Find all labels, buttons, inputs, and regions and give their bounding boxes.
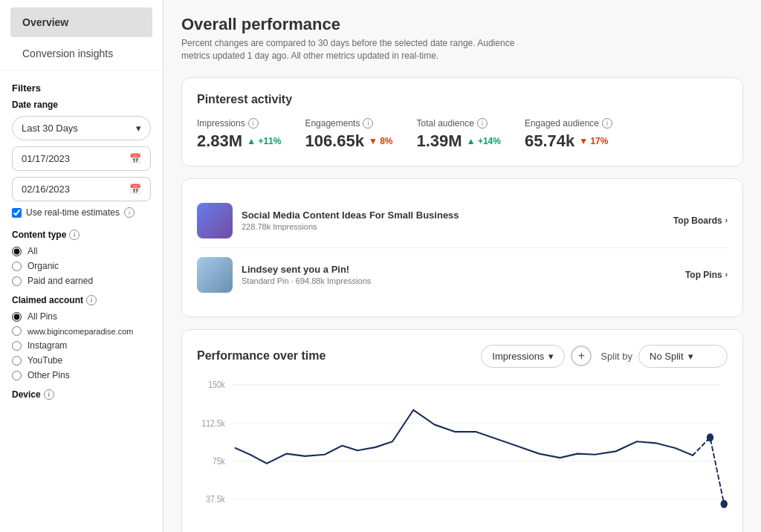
content-type-label: Content type i bbox=[12, 230, 151, 240]
impressions-info-icon[interactable]: i bbox=[248, 118, 259, 129]
metric-engaged-audience: Engaged audience i 65.74k ▼ 17% bbox=[525, 118, 612, 151]
chart-line-dashed bbox=[693, 437, 724, 503]
chevron-down-icon: ▾ bbox=[136, 123, 141, 134]
device-group: Device i bbox=[0, 389, 163, 415]
pin-list: Social Media Content Ideas For Small Bus… bbox=[197, 194, 728, 302]
add-metric-button[interactable]: + bbox=[571, 346, 592, 366]
claimed-all-pins[interactable]: All Pins bbox=[12, 311, 151, 322]
date-range-group: Date range Last 30 Days ▾ 01/17/2023 📅 0… bbox=[0, 100, 163, 230]
top-pins-card: Social Media Content Ideas For Small Bus… bbox=[181, 178, 743, 317]
sidebar-item-overview[interactable]: Overview bbox=[10, 7, 152, 37]
y-label-112k: 112.5k bbox=[202, 418, 225, 427]
content-type-paid-earned[interactable]: Paid and earned bbox=[12, 276, 151, 286]
claimed-account-info-icon[interactable]: i bbox=[86, 295, 97, 305]
claimed-youtube[interactable]: YouTube bbox=[12, 355, 151, 366]
page-subtitle: Percent changes are compared to 30 days … bbox=[181, 37, 538, 62]
date-range-label: Date range bbox=[12, 100, 151, 110]
sidebar-item-conversion-insights[interactable]: Conversion insights bbox=[10, 39, 152, 68]
realtime-checkbox-row[interactable]: Use real-time estimates i bbox=[12, 207, 151, 218]
engagements-trend: ▼ 8% bbox=[369, 136, 393, 146]
chevron-down-icon: ▾ bbox=[688, 351, 693, 362]
engaged-audience-info-icon[interactable]: i bbox=[602, 118, 612, 129]
chart-line-solid bbox=[236, 409, 693, 463]
sidebar: Overview Conversion insights Filters Dat… bbox=[0, 0, 163, 532]
pin-thumb-2 bbox=[197, 257, 233, 293]
split-dropdown[interactable]: No Split ▾ bbox=[638, 345, 728, 368]
metric-total-audience: Total audience i 1.39M ▲ +14% bbox=[417, 118, 501, 151]
calendar-icon: 📅 bbox=[129, 184, 141, 195]
chart-dot-2 bbox=[721, 499, 728, 507]
claimed-bigincome[interactable]: www.bigincomeparadise.com bbox=[12, 326, 151, 336]
y-label-37k: 37.5k bbox=[206, 494, 225, 504]
content-type-group: Content type i All Organic Paid and earn… bbox=[0, 230, 163, 295]
content-type-info-icon[interactable]: i bbox=[69, 230, 80, 240]
pin-thumb-1 bbox=[197, 203, 233, 239]
pinterest-activity-title: Pinterest activity bbox=[197, 93, 728, 106]
claimed-instagram[interactable]: Instagram bbox=[12, 340, 151, 351]
y-label-75k: 75k bbox=[213, 456, 225, 466]
performance-title: Performance over time bbox=[197, 349, 326, 363]
pin-item-2: Lindsey sent you a Pin! Standard Pin · 6… bbox=[197, 248, 728, 302]
metric-dropdown[interactable]: Impressions ▾ bbox=[481, 345, 565, 368]
engagements-info-icon[interactable]: i bbox=[363, 118, 373, 129]
pinterest-activity-card: Pinterest activity Impressions i 2.83M ▲… bbox=[181, 77, 743, 166]
metrics-row: Impressions i 2.83M ▲ +11% Engagements i… bbox=[197, 118, 728, 151]
date-range-dropdown[interactable]: Last 30 Days ▾ bbox=[12, 116, 151, 140]
claimed-other-pins[interactable]: Other Pins bbox=[12, 370, 151, 380]
pin-info-1: Social Media Content Ideas For Small Bus… bbox=[242, 210, 673, 231]
performance-card: Performance over time Impressions ▾ + Sp… bbox=[181, 329, 743, 532]
chevron-right-icon: › bbox=[725, 270, 728, 279]
performance-header: Performance over time Impressions ▾ + Sp… bbox=[197, 345, 728, 368]
realtime-info-icon[interactable]: i bbox=[124, 207, 135, 218]
split-by-label: Split by bbox=[600, 351, 632, 362]
content-type-radios: All Organic Paid and earned bbox=[12, 246, 151, 286]
realtime-checkbox[interactable] bbox=[12, 208, 22, 218]
content-type-all[interactable]: All bbox=[12, 246, 151, 256]
total-audience-info-icon[interactable]: i bbox=[477, 118, 488, 129]
pin-item-1: Social Media Content Ideas For Small Bus… bbox=[197, 194, 728, 248]
total-audience-trend: ▲ +14% bbox=[467, 136, 501, 146]
chart-container: 150k 112.5k 75k 37.5k Jan 16 Jan 20 Jan … bbox=[197, 377, 728, 532]
claimed-account-group: Claimed account i All Pins www.bigincome… bbox=[0, 295, 163, 389]
metric-engagements: Engagements i 106.65k ▼ 8% bbox=[305, 118, 392, 151]
main-content: Overall performance Percent changes are … bbox=[163, 0, 761, 532]
chart-dot-1 bbox=[707, 433, 713, 441]
impressions-trend: ▲ +11% bbox=[247, 136, 281, 146]
claimed-account-label: Claimed account i bbox=[12, 295, 151, 305]
page-title: Overall performance bbox=[181, 15, 743, 34]
claimed-account-radios: All Pins www.bigincomeparadise.com Insta… bbox=[12, 311, 151, 380]
filters-section-label: Filters bbox=[0, 70, 163, 100]
device-label: Device i bbox=[12, 389, 151, 400]
top-pins-button[interactable]: Top Pins › bbox=[685, 270, 728, 280]
metric-controls: Impressions ▾ + bbox=[481, 345, 592, 368]
chevron-down-icon: ▾ bbox=[548, 351, 554, 362]
pin-info-2: Lindsey sent you a Pin! Standard Pin · 6… bbox=[242, 264, 685, 285]
calendar-icon: 📅 bbox=[129, 153, 141, 164]
device-info-icon[interactable]: i bbox=[44, 389, 54, 400]
metric-impressions: Impressions i 2.83M ▲ +11% bbox=[197, 118, 281, 151]
top-boards-button[interactable]: Top Boards › bbox=[673, 215, 728, 226]
performance-chart: 150k 112.5k 75k 37.5k Jan 16 Jan 20 Jan … bbox=[197, 377, 728, 532]
start-date-input[interactable]: 01/17/2023 📅 bbox=[12, 146, 151, 171]
content-type-organic[interactable]: Organic bbox=[12, 261, 151, 271]
split-controls: Split by No Split ▾ bbox=[600, 345, 728, 368]
engaged-audience-trend: ▼ 17% bbox=[579, 136, 608, 146]
end-date-input[interactable]: 02/16/2023 📅 bbox=[12, 177, 151, 201]
chevron-right-icon: › bbox=[725, 216, 728, 224]
y-label-150k: 150k bbox=[208, 380, 225, 389]
